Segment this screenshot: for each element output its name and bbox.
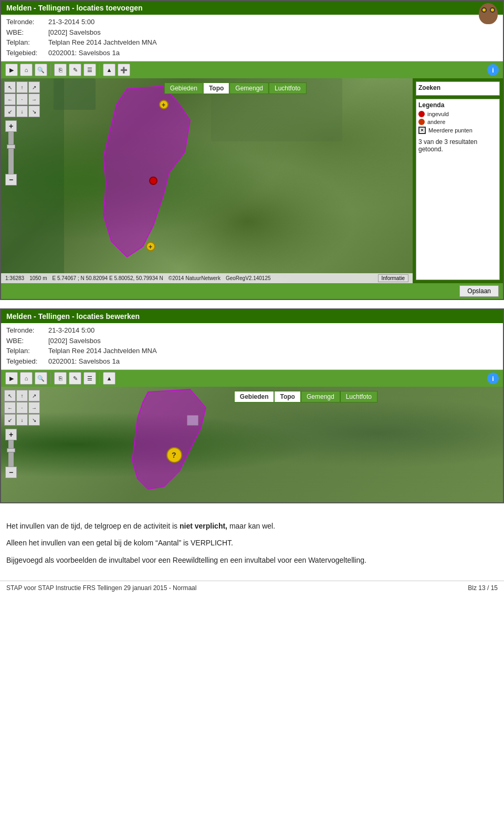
label2-telplan: Telplan: bbox=[6, 346, 44, 356]
paragraph-1: Het invullen van de tijd, de telgroep en… bbox=[6, 520, 498, 532]
toolbar-layers-btn[interactable]: ☰ bbox=[83, 64, 96, 76]
nav2-e[interactable]: → bbox=[28, 402, 40, 414]
zoom-control-2: + − bbox=[5, 429, 17, 478]
value2-telronde: 21-3-2014 5:00 bbox=[48, 325, 94, 336]
nav2-s[interactable]: ↓ bbox=[16, 414, 28, 426]
map-container-2: ? ↖ ↑ ↗ ← · → ↙ ↓ ↘ + bbox=[1, 387, 503, 502]
toolbar-zoom-in-btn[interactable]: 🔍 bbox=[35, 64, 47, 76]
nav2-sw[interactable]: ↙ bbox=[4, 414, 16, 426]
nav2-n[interactable]: ↑ bbox=[16, 390, 28, 401]
toolbar-sep-2 bbox=[99, 64, 100, 76]
label2-telgebied: Telgebied: bbox=[6, 356, 44, 367]
layer-topo-btn[interactable]: Topo bbox=[203, 82, 229, 94]
legend-meerdere-text: Meerdere punten bbox=[428, 127, 472, 133]
nav-n[interactable]: ↑ bbox=[16, 81, 28, 93]
page-footer: STAP voor STAP Instructie FRS Tellingen … bbox=[0, 581, 504, 595]
map-area-1[interactable]: + + ↖ ↑ ↗ ← · → ↙ ↓ ↘ + bbox=[1, 78, 413, 283]
layer-luchtfoto-btn[interactable]: Luchtfoto bbox=[269, 82, 306, 94]
nav-e[interactable]: → bbox=[28, 94, 40, 105]
opslaan-bar-1: Opslaan bbox=[1, 283, 503, 299]
nav2-ne[interactable]: ↗ bbox=[28, 390, 40, 401]
svg-rect-8 bbox=[187, 416, 198, 425]
zoom-handle bbox=[7, 144, 15, 149]
toolbar-edit-btn[interactable]: ✎ bbox=[69, 64, 81, 76]
toolbar-print-btn[interactable]: ⎘ bbox=[54, 64, 67, 76]
layer-gemengd-btn[interactable]: Gemengd bbox=[229, 82, 269, 94]
label-wbe: WBE: bbox=[6, 27, 44, 38]
toolbar-home-btn[interactable]: ⌂ bbox=[20, 64, 33, 76]
nav-sw[interactable]: ↙ bbox=[4, 106, 16, 117]
legend-dot-red bbox=[418, 111, 425, 117]
toolbar2-info-btn[interactable]: i bbox=[487, 373, 499, 384]
toolbar2-edit-btn[interactable]: ✎ bbox=[69, 372, 81, 385]
zoom-out-btn[interactable]: − bbox=[5, 174, 17, 185]
svg-marker-0 bbox=[103, 86, 190, 257]
value-telronde: 21-3-2014 5:00 bbox=[48, 17, 94, 27]
svg-text:+: + bbox=[149, 243, 152, 251]
layer2-gebieden-btn[interactable]: Gebieden bbox=[234, 391, 275, 402]
nav-s[interactable]: ↓ bbox=[16, 106, 28, 117]
label2-wbe: WBE: bbox=[6, 336, 44, 346]
map-area-2[interactable]: ? ↖ ↑ ↗ ← · → ↙ ↓ ↘ + bbox=[1, 387, 503, 502]
layer2-gemengd-btn[interactable]: Gemengd bbox=[301, 391, 340, 402]
marker-red-1 bbox=[150, 177, 157, 184]
zoom2-out-btn[interactable]: − bbox=[5, 467, 17, 478]
toolbar-cursor-btn[interactable]: ▶ bbox=[5, 64, 18, 76]
label-telplan: Telplan: bbox=[6, 37, 44, 48]
label-telronde: Telronde: bbox=[6, 17, 44, 27]
legend-x-icon: ✕ bbox=[418, 127, 426, 134]
value-telplan: Telplan Ree 2014 Jachtvelden MNA bbox=[48, 37, 157, 48]
nav2-c[interactable]: · bbox=[16, 402, 28, 414]
toolbar-add-btn[interactable]: ➕ bbox=[118, 64, 130, 76]
map-layer-buttons-2: Gebieden Topo Gemengd Luchtfoto bbox=[234, 391, 377, 402]
zoom-in-btn[interactable]: + bbox=[5, 120, 17, 132]
layer2-topo-btn[interactable]: Topo bbox=[275, 391, 301, 402]
nav-ne[interactable]: ↗ bbox=[28, 81, 40, 93]
opslaan-btn-1[interactable]: Opslaan bbox=[459, 285, 499, 297]
zoom2-slider[interactable] bbox=[8, 440, 14, 467]
panel-meta-1: Telronde: 21-3-2014 5:00 WBE: [0202] Sav… bbox=[1, 15, 503, 61]
toolbar-nav-btn[interactable]: ▲ bbox=[103, 64, 116, 76]
statusbar-info-btn[interactable]: Informatie bbox=[378, 274, 408, 282]
nav-w[interactable]: ← bbox=[4, 94, 16, 105]
map-nav-buttons-2: ↖ ↑ ↗ ← · → ↙ ↓ ↘ bbox=[4, 390, 40, 426]
zoom-slider[interactable] bbox=[8, 132, 14, 174]
label2-telronde: Telronde: bbox=[6, 325, 44, 336]
legend-item-meerdere: ✕ Meerdere punten bbox=[418, 127, 497, 134]
toolbar2-zoom-btn[interactable]: 🔍 bbox=[35, 372, 47, 385]
nav2-se[interactable]: ↘ bbox=[28, 414, 40, 426]
para1-end: maar kan wel. bbox=[227, 522, 275, 530]
legend-item-ingevuld: ingevuld bbox=[418, 111, 497, 117]
toolbar2-cursor-btn[interactable]: ▶ bbox=[5, 372, 18, 385]
toolbar2-print-btn[interactable]: ⎘ bbox=[54, 372, 67, 385]
layer-gebieden-btn[interactable]: Gebieden bbox=[164, 82, 203, 94]
toolbar2-home-btn[interactable]: ⌂ bbox=[20, 372, 33, 385]
nav2-w[interactable]: ← bbox=[4, 402, 16, 414]
legend-andere-text: andere bbox=[427, 119, 445, 125]
value2-wbe: [0202] Savelsbos bbox=[48, 336, 101, 346]
label-telgebied: Telgebied: bbox=[6, 48, 44, 58]
text-content: Het invullen van de tijd, de telgroep en… bbox=[0, 512, 504, 575]
legenda-label: Legenda bbox=[418, 101, 497, 109]
zoeken-label: Zoeken bbox=[418, 84, 497, 91]
nav-nw[interactable]: ↖ bbox=[4, 81, 16, 93]
toolbar2-nav-btn[interactable]: ▲ bbox=[103, 372, 116, 385]
nav2-nw[interactable]: ↖ bbox=[4, 390, 16, 401]
nav-c[interactable]: · bbox=[16, 94, 28, 105]
statusbar-scale: 1:36283 bbox=[5, 275, 24, 281]
meta-row-wbe: WBE: [0202] Savelsbos bbox=[6, 27, 498, 38]
sidebar-zoeken: Zoeken bbox=[416, 81, 500, 96]
layer2-luchtfoto-btn[interactable]: Luchtfoto bbox=[340, 391, 377, 402]
value-wbe: [0202] Savelsbos bbox=[48, 27, 101, 38]
paragraph-3: Bijgevoegd als voorbeelden de invultabel… bbox=[6, 554, 498, 566]
zoom2-in-btn[interactable]: + bbox=[5, 429, 17, 440]
toolbar-info-btn[interactable]: i bbox=[487, 64, 499, 76]
footer-right: Blz 13 / 15 bbox=[468, 584, 498, 592]
paragraph-2: Alleen het invullen van een getal bij de… bbox=[6, 537, 498, 549]
toolbar2-layers-btn[interactable]: ☰ bbox=[83, 372, 96, 385]
legend-item-andere: andere bbox=[418, 119, 497, 125]
nav-se[interactable]: ↘ bbox=[28, 106, 40, 117]
panel-header-1: Melden - Tellingen - locaties toevoegen bbox=[1, 1, 503, 15]
para1-start: Het invullen van de tijd, de telgroep en… bbox=[6, 522, 180, 530]
toolbar2-sep-1 bbox=[50, 373, 51, 384]
